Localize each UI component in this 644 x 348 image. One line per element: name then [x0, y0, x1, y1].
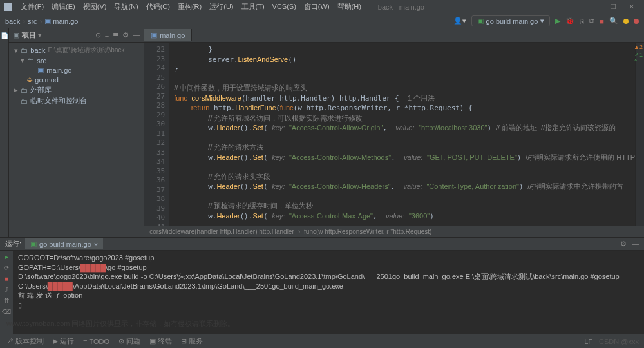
- expand-all-icon[interactable]: ≡: [105, 31, 109, 39]
- debug-button[interactable]: 🐞: [565, 17, 574, 25]
- vcs-tool-button[interactable]: ⎇ 版本控制: [5, 336, 44, 346]
- search-everywhere-button[interactable]: 🔍: [609, 17, 618, 25]
- tab-label: main.go: [160, 32, 185, 39]
- menubar: 文件(F)编辑(E)视图(V)导航(N)代码(C)重构(R)运行(U)工具(T)…: [0, 0, 644, 14]
- menu-item[interactable]: 视图(V): [79, 3, 111, 10]
- close-icon[interactable]: ×: [94, 240, 98, 248]
- menu-item[interactable]: 帮助(H): [334, 3, 365, 10]
- run-tool-window: 运行: ▣ go build main.go × ⚙ — ▸ ⟳ ■ ⤴ ⇈ ⌫…: [0, 237, 644, 334]
- editor-tabs: ▣ main.go: [144, 28, 644, 43]
- error-stripe[interactable]: ▲2 ✓1 ^: [635, 43, 644, 226]
- terminal-tool-button[interactable]: ▣ 终端: [149, 336, 172, 346]
- stop-button[interactable]: ■: [600, 17, 604, 25]
- update-badge[interactable]: [623, 19, 629, 24]
- hide-icon[interactable]: —: [632, 240, 639, 248]
- run-tool-button[interactable]: ▶ 运行: [53, 336, 74, 346]
- menu-item[interactable]: 文件(F): [17, 3, 48, 10]
- tree-node[interactable]: 🗀临时文件和控制台: [9, 95, 144, 106]
- run-icon: ▣: [477, 17, 484, 25]
- tree-node[interactable]: ▸🗀外部库: [9, 84, 144, 95]
- collapse-all-icon[interactable]: ≣: [113, 31, 118, 39]
- window-title: back - main.go: [378, 3, 424, 11]
- navigation-bar: back › src › ▣ main.go 👤▾ ▣ go build mai…: [0, 14, 644, 28]
- project-tool-window: ▣ 项目 ▾ ⊙ ≡ ≣ ⚙ — ▾🗀backE:\桌面\跨域请求测试\back…: [9, 28, 144, 237]
- exit-button[interactable]: ⤴: [5, 286, 8, 293]
- run-config-label: go build main.go: [486, 17, 538, 25]
- breadcrumb-func[interactable]: corsMiddleware(handler http.Handler) htt…: [149, 228, 294, 235]
- code-breadcrumb: corsMiddleware(handler http.Handler) htt…: [144, 226, 644, 237]
- left-toolbar: 📄: [0, 28, 9, 237]
- trash-button[interactable]: ⌫: [2, 308, 11, 315]
- line-separator[interactable]: LF: [584, 338, 592, 345]
- run-label: 运行:: [5, 239, 21, 249]
- stop-button[interactable]: ■: [5, 275, 8, 282]
- menu-item[interactable]: VCS(S): [269, 3, 300, 10]
- warnings-badge[interactable]: ▲2: [634, 44, 643, 50]
- maximize-button[interactable]: ☐: [604, 3, 622, 11]
- menu-item[interactable]: 运行(U): [205, 3, 237, 10]
- status-bar: ⎇ 版本控制 ▶ 运行 ≡ TODO ⊘ 问题 ▣ 终端 ⊞ 服务 LF CSD…: [0, 334, 644, 348]
- folder-icon: ▣: [13, 31, 19, 39]
- close-button[interactable]: ✕: [622, 3, 640, 11]
- pane-title: 项目: [22, 30, 36, 40]
- rerun-button[interactable]: ▸: [5, 253, 8, 260]
- user-icon[interactable]: 👤▾: [453, 17, 466, 25]
- notification-badge[interactable]: [634, 19, 639, 24]
- project-tool-button[interactable]: 📄: [1, 32, 8, 39]
- breadcrumb-part[interactable]: src: [28, 17, 37, 25]
- tree-node[interactable]: ▾🗀src: [9, 55, 144, 65]
- go-file-icon: ▣: [151, 31, 157, 39]
- menu-item[interactable]: 导航(N): [110, 3, 142, 10]
- app-logo: [4, 3, 12, 11]
- up-button[interactable]: ⇈: [4, 297, 9, 304]
- profile-button[interactable]: ⧉: [589, 17, 594, 25]
- run-toolbar: ▸ ⟳ ■ ⤴ ⇈ ⌫: [0, 251, 13, 334]
- select-opened-file-icon[interactable]: ⊙: [95, 31, 101, 39]
- project-tree[interactable]: ▾🗀backE:\桌面\跨域请求测试\back▾🗀src▣main.go⬙go.…: [9, 43, 144, 109]
- tree-node[interactable]: ▣main.go: [9, 65, 144, 75]
- passed-badge[interactable]: ✓1 ^: [634, 52, 643, 64]
- todo-tool-button[interactable]: ≡ TODO: [83, 338, 109, 345]
- menu-item[interactable]: 编辑(E): [48, 3, 79, 10]
- menu-item[interactable]: 工具(T): [238, 3, 269, 10]
- menu-item[interactable]: 重构(R): [174, 3, 205, 10]
- chevron-down-icon: ▾: [540, 17, 544, 25]
- run-button[interactable]: ▶: [555, 17, 560, 25]
- run-icon: ▣: [30, 240, 37, 248]
- settings-icon[interactable]: ⚙: [122, 31, 129, 39]
- watermark: CSDN @xxx: [599, 338, 639, 345]
- breadcrumb-part[interactable]: main.go: [53, 17, 78, 25]
- go-file-icon: ▣: [44, 17, 51, 25]
- run-config-selector[interactable]: ▣ go build main.go ▾: [471, 15, 551, 26]
- settings-icon[interactable]: ⚙: [620, 240, 627, 248]
- hide-icon[interactable]: —: [133, 31, 140, 39]
- editor-tab[interactable]: ▣ main.go: [144, 29, 192, 41]
- breadcrumb-part[interactable]: back: [5, 17, 20, 25]
- minimize-button[interactable]: —: [586, 3, 604, 11]
- chevron-down-icon[interactable]: ▾: [38, 31, 42, 39]
- attach-button[interactable]: ⟳: [4, 264, 9, 271]
- run-tab-label: go build main.go: [39, 240, 91, 248]
- breadcrumb-func[interactable]: func(w http.ResponseWriter, r *http.Requ…: [304, 228, 431, 235]
- tree-node[interactable]: ▾🗀backE:\桌面\跨域请求测试\back: [9, 45, 144, 55]
- menu-item[interactable]: 代码(C): [142, 3, 174, 10]
- code-editor[interactable]: } server.ListenAndServe() } // 中间件函数，用于设…: [169, 43, 635, 226]
- services-tool-button[interactable]: ⊞ 服务: [181, 336, 203, 346]
- problems-tool-button[interactable]: ⊘ 问题: [118, 336, 140, 346]
- console-output[interactable]: GOROOT=D:\software\gogo2023 #gosetupGOPA…: [13, 251, 644, 334]
- tree-node[interactable]: ⬙go.mod: [9, 75, 144, 84]
- run-tab[interactable]: ▣ go build main.go ×: [25, 238, 103, 249]
- coverage-button[interactable]: ⎘: [580, 17, 584, 25]
- menu-item[interactable]: 窗口(W): [300, 3, 334, 10]
- line-number-gutter[interactable]: 2223242526272829303132333435363738394041…: [144, 43, 169, 226]
